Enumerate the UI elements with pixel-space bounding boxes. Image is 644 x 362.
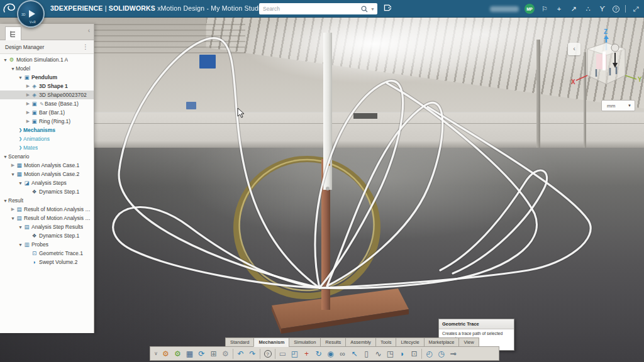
search-options-chevron-icon[interactable]: ▼ xyxy=(370,7,375,11)
expand-arrow-icon[interactable]: ▼ xyxy=(18,75,23,80)
part-cube-icon[interactable]: ◰ xyxy=(289,348,301,359)
undo-icon[interactable]: ↶ xyxy=(235,348,247,359)
mechanism-app-icon[interactable]: ⚙ xyxy=(160,348,172,359)
tree-item-dynamics-step-1[interactable]: ❖Dynamics Step.1 xyxy=(0,187,94,196)
tree-item-bar-bar-1[interactable]: ▶▣Bar (Bar.1) xyxy=(0,108,94,117)
3dexperience-compass[interactable]: 3D V+R xyxy=(17,0,45,28)
add-icon[interactable]: + xyxy=(555,5,564,13)
viewcube-panel-collapse-button[interactable]: ‹ xyxy=(568,43,580,55)
tree-item-probes[interactable]: ▼▥Probes xyxy=(0,240,94,249)
tree-item-3d-shape-1[interactable]: ▶◈3D Shape 1 xyxy=(0,82,94,90)
help-icon[interactable]: ? xyxy=(613,6,619,13)
tab-assembly[interactable]: Assembly xyxy=(345,337,375,347)
tree-item-pendulum[interactable]: ▼▣Pendulum xyxy=(0,73,94,82)
collapse-arrow-icon[interactable]: ▶ xyxy=(25,84,31,89)
collapse-arrow-icon[interactable]: ▶ xyxy=(10,163,16,168)
help-circle-icon[interactable]: ? xyxy=(262,348,274,359)
bounding-box-icon[interactable]: ▭ xyxy=(277,348,289,359)
redo-icon[interactable]: ↷ xyxy=(247,348,258,359)
tree-item-animations[interactable]: ❯Animations xyxy=(0,134,94,143)
share-arrow-icon[interactable]: ↗ xyxy=(569,5,578,13)
tab-tools[interactable]: Tools xyxy=(375,337,396,347)
tree-item-geometric-trace-1[interactable]: ⊡Geometric Trace.1 xyxy=(0,249,94,258)
tag-icon[interactable] xyxy=(382,4,391,13)
3d-viewport[interactable]: Z X Y ‹ mm ▼ Geometric Trace Creates a t… xyxy=(0,18,644,362)
spring-icon[interactable]: ∿ xyxy=(372,348,384,359)
tab-view[interactable]: View xyxy=(458,337,479,347)
collapse-arrow-icon[interactable]: ▶ xyxy=(25,110,31,115)
share-network-icon[interactable]: ∴ xyxy=(584,5,592,13)
mechanism-link-icon[interactable]: ∞ xyxy=(336,348,348,359)
chevron-right-icon[interactable]: ❯ xyxy=(18,128,23,133)
update-icon[interactable]: ⟳ xyxy=(196,348,208,359)
panel-collapse-chevron[interactable]: ‹ xyxy=(88,27,90,34)
tree-item-result[interactable]: ▼Result xyxy=(0,196,94,205)
geometric-trace-tool-icon[interactable]: ⊡ xyxy=(408,348,420,359)
expand-arrow-icon[interactable]: ▼ xyxy=(18,181,23,185)
expand-arrow-icon[interactable]: ▼ xyxy=(10,67,16,71)
drag-component-icon[interactable]: ↖ xyxy=(348,348,360,359)
search-input[interactable]: Search ▼ xyxy=(259,3,377,14)
signature-icon[interactable]: Ƴ xyxy=(598,5,607,13)
collapse-arrow-icon[interactable]: ▶ xyxy=(25,101,31,106)
contact-icon[interactable]: ◳ xyxy=(384,348,396,359)
axis-system-icon[interactable]: + xyxy=(301,348,313,359)
ball-joint-icon[interactable]: ◉ xyxy=(325,348,336,359)
tab-marketplace[interactable]: Marketplace xyxy=(424,337,459,347)
tree-item-dynamics-step-1[interactable]: ❖Dynamics Step.1 xyxy=(0,231,94,240)
chevron-right-icon[interactable]: ❯ xyxy=(18,145,23,150)
collapse-arrow-icon[interactable]: ▶ xyxy=(10,207,16,212)
tree-item-analysis-step-results[interactable]: ▼▤Analysis Step Results xyxy=(0,222,94,231)
tree-item-mechanisms[interactable]: ❯Mechanisms xyxy=(0,126,94,134)
expand-arrow-icon[interactable]: ▼ xyxy=(3,199,8,203)
dassault-3ds-logo[interactable] xyxy=(3,2,18,16)
tree-item-result-of-motion-analysis-cas[interactable]: ▶▤Result of Motion Analysis Cas... xyxy=(0,205,94,214)
tree-item-result-of-motion-analysis-cas[interactable]: ▼▤Result of Motion Analysis Cas... xyxy=(0,214,94,222)
revolute-joint-icon[interactable]: ↻ xyxy=(313,348,325,359)
settings-gear-icon[interactable]: ⚙ xyxy=(219,348,231,359)
trace-gauge-icon[interactable]: ◴ xyxy=(423,348,435,359)
duplicate-icon[interactable]: ⊞ xyxy=(208,348,219,359)
expand-arrow-icon[interactable]: ▼ xyxy=(3,155,8,159)
collapse-arrow-icon[interactable]: ▶ xyxy=(25,119,31,124)
fullscreen-icon[interactable]: ⤢ xyxy=(631,5,640,13)
tree-item-3d-shape00023702[interactable]: ▶◈3D Shape00023702 xyxy=(0,90,94,99)
damper-icon[interactable]: ▯ xyxy=(360,348,372,359)
save-icon[interactable]: ▦ xyxy=(184,348,196,359)
swept-volume-tool-icon[interactable]: ◗ xyxy=(396,348,408,359)
search-icon[interactable] xyxy=(361,6,368,13)
tree-item-swept-volume-2[interactable]: ◗Swept Volume.2 xyxy=(0,258,94,266)
tab-standard[interactable]: Standard xyxy=(225,337,253,347)
expand-arrow-icon[interactable]: ▼ xyxy=(10,172,16,177)
tab-lifecycle[interactable]: Lifecycle xyxy=(396,337,423,347)
expand-arrow-icon[interactable]: ▼ xyxy=(3,58,8,62)
tree-item-motion-analysis-case-2[interactable]: ▼▦Motion Analysis Case.2 xyxy=(0,170,94,178)
collapse-arrow-icon[interactable]: ▶ xyxy=(25,92,31,97)
tree-item-ring-ring-1[interactable]: ▶▣Ring (Ring.1) xyxy=(0,117,94,126)
new-simulation-icon[interactable]: ⚙ xyxy=(172,348,184,359)
tree-view-tab[interactable] xyxy=(5,26,21,40)
tree-item-analysis-steps[interactable]: ▼◪Analysis Steps xyxy=(0,178,94,187)
expand-arrow-icon[interactable]: ▼ xyxy=(10,216,16,221)
tree-item-base-base-1[interactable]: ▶▣✎Base (Base.1) xyxy=(0,99,94,108)
tab-results[interactable]: Results xyxy=(320,337,345,347)
probe-icon[interactable]: ⊸ xyxy=(447,348,459,359)
pendulum-model[interactable]: Z X Y xyxy=(0,18,644,362)
tab-mechanism[interactable]: Mechanism xyxy=(253,337,289,347)
tree-item-motion-simulation-1-a[interactable]: ▼⚙Motion Simulation.1 A xyxy=(0,55,94,64)
tab-simulation[interactable]: Simulation xyxy=(289,337,320,347)
tree-item-motion-analysis-case-1[interactable]: ▶▦Motion Analysis Case.1 xyxy=(0,161,94,170)
expand-arrow-icon[interactable]: ▼ xyxy=(18,225,23,229)
tree-item-mates[interactable]: ❯Mates xyxy=(0,143,94,152)
panel-menu-icon[interactable]: ⋮ xyxy=(82,43,94,50)
app-name[interactable]: xMotion Design - My Motion Studies xyxy=(157,4,267,12)
expand-arrow-icon[interactable]: ▼ xyxy=(18,243,23,247)
avatar[interactable]: MP xyxy=(525,4,535,14)
units-dropdown[interactable]: mm ▼ xyxy=(601,100,635,111)
toolbar-collapse-icon[interactable]: ∨ xyxy=(152,348,160,359)
tree-item-model[interactable]: ▼Model xyxy=(0,64,94,73)
user-name-redacted[interactable] xyxy=(490,6,519,12)
tree-item-scenario[interactable]: ▼Scenario xyxy=(0,152,94,161)
trace-gauge-2-icon[interactable]: ◷ xyxy=(435,348,447,359)
notifications-icon[interactable]: ⚐ xyxy=(540,5,549,13)
